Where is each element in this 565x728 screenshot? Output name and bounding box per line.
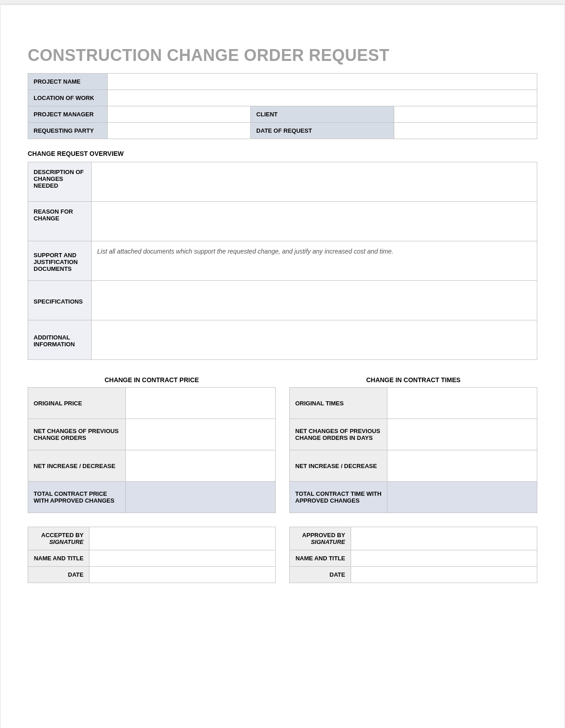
location-field[interactable] xyxy=(108,90,537,106)
specifications-label: SPECIFICATIONS xyxy=(28,281,92,320)
original-price-field[interactable] xyxy=(126,388,276,419)
approved-by-text: APPROVED BY xyxy=(302,532,345,539)
accepted-name-label: NAME AND TITLE xyxy=(28,550,89,567)
client-label: CLIENT xyxy=(251,106,394,123)
net-inc-price-label: NET INCREASE / DECREASE xyxy=(28,450,126,482)
approved-signature-text: SIGNATURE xyxy=(295,539,345,545)
project-name-label: PROJECT NAME xyxy=(28,74,108,90)
location-label: LOCATION OF WORK xyxy=(28,90,108,106)
net-changes-times-label: NET CHANGES OF PREVIOUS CHANGE ORDERS IN… xyxy=(290,419,387,450)
total-price-label: TOTAL CONTRACT PRICE WITH APPROVED CHANG… xyxy=(28,482,126,513)
document-page: CONSTRUCTION CHANGE ORDER REQUEST PROJEC… xyxy=(0,5,565,728)
approved-name-field[interactable] xyxy=(351,550,537,567)
overview-table: DESCRIPTION OF CHANGES NEEDED REASON FOR… xyxy=(28,162,537,360)
specifications-field[interactable] xyxy=(92,281,537,320)
original-times-label: ORIGINAL TIMES xyxy=(290,388,387,419)
net-inc-times-field[interactable] xyxy=(387,450,537,482)
pm-label: PROJECT MANAGER xyxy=(28,106,108,123)
description-label: DESCRIPTION OF CHANGES NEEDED xyxy=(28,162,92,202)
approved-sig-label: APPROVED BY SIGNATURE xyxy=(290,527,351,550)
times-heading: CHANGE IN CONTRACT TIMES xyxy=(289,376,537,384)
original-times-field[interactable] xyxy=(387,388,537,419)
accepted-table: ACCEPTED BY SIGNATURE NAME AND TITLE DAT… xyxy=(28,527,276,583)
project-name-field[interactable] xyxy=(108,74,537,90)
approved-date-label: DATE xyxy=(290,567,351,583)
requesting-party-field[interactable] xyxy=(108,123,251,139)
accepted-sig-field[interactable] xyxy=(89,527,276,550)
support-hint: List all attached documents which suppor… xyxy=(97,248,393,255)
page-title: CONSTRUCTION CHANGE ORDER REQUEST xyxy=(28,46,537,65)
accepted-name-field[interactable] xyxy=(89,550,276,567)
total-price-field[interactable] xyxy=(126,482,276,513)
accepted-by-text: ACCEPTED BY xyxy=(41,532,84,539)
date-request-field[interactable] xyxy=(394,123,537,139)
price-heading: CHANGE IN CONTRACT PRICE xyxy=(28,376,276,384)
price-table: ORIGINAL PRICE NET CHANGES OF PREVIOUS C… xyxy=(28,387,276,513)
additional-label: ADDITIONAL INFORMATION xyxy=(28,320,92,360)
total-times-label: TOTAL CONTRACT TIME WITH APPROVED CHANGE… xyxy=(290,482,387,513)
times-table: ORIGINAL TIMES NET CHANGES OF PREVIOUS C… xyxy=(289,387,537,513)
client-field[interactable] xyxy=(394,106,537,123)
net-inc-times-label: NET INCREASE / DECREASE xyxy=(290,450,387,482)
net-inc-price-field[interactable] xyxy=(126,450,276,482)
accepted-signature-text: SIGNATURE xyxy=(34,539,84,545)
net-changes-price-field[interactable] xyxy=(126,419,276,450)
accepted-date-field[interactable] xyxy=(89,567,276,583)
support-field[interactable]: List all attached documents which suppor… xyxy=(92,241,537,281)
additional-field[interactable] xyxy=(92,320,537,360)
reason-label: REASON FOR CHANGE xyxy=(28,202,92,241)
requesting-party-label: REQUESTING PARTY xyxy=(28,123,108,139)
net-changes-price-label: NET CHANGES OF PREVIOUS CHANGE ORDERS xyxy=(28,419,126,450)
approved-table: APPROVED BY SIGNATURE NAME AND TITLE DAT… xyxy=(289,527,537,583)
accepted-sig-label: ACCEPTED BY SIGNATURE xyxy=(28,527,89,550)
project-info-table: PROJECT NAME LOCATION OF WORK PROJECT MA… xyxy=(28,73,537,139)
approved-sig-field[interactable] xyxy=(351,527,537,550)
description-field[interactable] xyxy=(92,162,537,202)
date-request-label: DATE OF REQUEST xyxy=(251,123,394,139)
overview-heading: CHANGE REQUEST OVERVIEW xyxy=(28,150,537,157)
support-label: SUPPORT AND JUSTIFICATION DOCUMENTS xyxy=(28,241,92,281)
approved-name-label: NAME AND TITLE xyxy=(290,550,351,567)
approved-date-field[interactable] xyxy=(351,567,537,583)
reason-field[interactable] xyxy=(92,202,537,241)
net-changes-times-field[interactable] xyxy=(387,419,537,450)
total-times-field[interactable] xyxy=(387,482,537,513)
pm-field[interactable] xyxy=(108,106,251,123)
accepted-date-label: DATE xyxy=(28,567,89,583)
original-price-label: ORIGINAL PRICE xyxy=(28,388,126,419)
